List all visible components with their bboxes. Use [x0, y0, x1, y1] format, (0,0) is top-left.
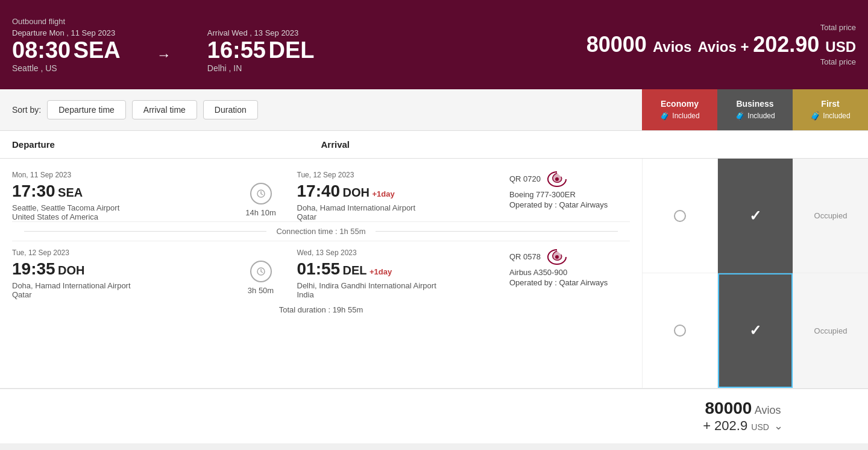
table-header: Departure Arrival — [0, 131, 868, 159]
seg1-operated: Operated by : Qatar Airways — [509, 200, 630, 209]
seg1-duration-icon — [250, 183, 272, 204]
first-occupied-seg2: Occupied — [814, 326, 848, 335]
footer-plus: + — [703, 418, 711, 433]
departure-detail: Departure Mon , 11 Sep 2023 08:30 SEA Se… — [12, 28, 121, 73]
seg2-dep-code: DOH — [58, 264, 84, 277]
seg2-airline: QR 0578 Airbus A350-900 Operated by : Qa… — [509, 249, 630, 287]
business-label: Business — [736, 99, 773, 109]
segment-2: Tue, 12 Sep 2023 19:35 DOH Doha, Hamad I… — [12, 249, 630, 299]
seg1-airline: QR 0720 Boeing 777-300ER Operated by : Q… — [509, 171, 630, 209]
connection-text: Connection time : 1h 55m — [276, 227, 365, 236]
economy-label: Economy — [661, 99, 699, 109]
seg2-airline-code: QR 0578 — [509, 252, 541, 261]
header-right: Total price 80000 Avios Avios + 202.90 U… — [587, 23, 856, 66]
footer-avios-label: Avios — [755, 404, 781, 416]
qatar-airways-logo-2 — [546, 249, 568, 265]
avios-amount: 80000 — [587, 32, 647, 57]
header-left: Outbound flight Departure Mon , 11 Sep 2… — [12, 17, 314, 73]
seg2-dep-date: Tue, 12 Sep 2023 — [12, 249, 225, 257]
economy-radio-seg1[interactable] — [674, 210, 686, 222]
departure-time-airport: 08:30 SEA — [12, 37, 121, 63]
seg1-dep-date: Mon, 11 Sep 2023 — [12, 171, 225, 179]
footer-usd-label: USD — [751, 422, 769, 432]
arrival-time: 16:55 — [207, 37, 266, 63]
flight-card: Mon, 11 Sep 2023 17:30 SEA Seattle, Seat… — [0, 159, 868, 388]
economy-radio-seg2[interactable] — [674, 325, 686, 337]
seg2-arr-city: Delhi, Indira Gandhi International Airpo… — [297, 281, 510, 290]
economy-col — [642, 159, 717, 388]
economy-sub: 🧳 Included — [659, 111, 699, 121]
seg2-arr-code: DEL — [343, 264, 367, 277]
total-duration-text: Total duration : 19h 55m — [279, 305, 363, 314]
seg1-arr-country: Qatar — [297, 212, 510, 221]
first-label: First — [821, 99, 839, 109]
business-included: Included — [747, 112, 775, 120]
economy-header: Economy 🧳 Included — [642, 89, 717, 130]
flight-card-right: ✓ ✓ Occupied Occupied — [642, 159, 868, 388]
header: Outbound flight Departure Mon , 11 Sep 2… — [0, 0, 868, 89]
business-luggage-icon: 🧳 — [735, 111, 745, 121]
seg2-dep-time: 19:35 — [12, 259, 55, 278]
flight-results: Mon, 11 Sep 2023 17:30 SEA Seattle, Seat… — [0, 159, 868, 443]
seg2-arr-day-badge: +1day — [370, 267, 392, 276]
qatar-airways-logo-1 — [546, 171, 568, 188]
seg1-dep-city: Seattle, Seattle Tacoma Airport — [12, 203, 225, 212]
seg2-dep-city: Doha, Hamad International Airport — [12, 281, 225, 290]
arrow-icon: → — [157, 46, 171, 63]
total-price-sub: Total price — [587, 57, 856, 66]
seg2-arrival: Wed, 13 Sep 2023 01:55 DEL +1day Delhi, … — [297, 249, 510, 299]
seg2-arr-date: Wed, 13 Sep 2023 — [297, 249, 510, 257]
seg1-dep-code: SEA — [58, 186, 83, 199]
economy-luggage-icon: 🧳 — [659, 111, 670, 121]
sort-arrival-btn[interactable]: Arrival time — [132, 100, 197, 119]
svg-point-1 — [555, 177, 559, 181]
total-duration-bar: Total duration : 19h 55m — [12, 299, 630, 326]
seg1-arr-time: 17:40 — [297, 182, 341, 200]
seg2-departure: Tue, 12 Sep 2023 19:35 DOH Doha, Hamad I… — [12, 249, 225, 299]
price-footer-content: 80000 Avios + 202.9 USD ⌄ — [630, 399, 856, 434]
seg1-duration-text: 14h 10m — [245, 208, 276, 217]
connection-line-left — [24, 231, 266, 232]
sort-controls: Sort by: Departure time Arrival time Dur… — [0, 92, 642, 128]
seg1-dep-time: 17:30 — [12, 182, 55, 200]
first-luggage-icon: 🧳 — [810, 111, 820, 121]
flight-card-left: Mon, 11 Sep 2023 17:30 SEA Seattle, Seat… — [0, 159, 642, 388]
seg1-dep-time-code: 17:30 SEA — [12, 182, 225, 201]
th-departure: Departure — [12, 139, 321, 150]
footer-avios-amount: 80000 — [705, 399, 752, 417]
arrival-time-airport: 16:55 DEL — [207, 37, 315, 63]
seg1-arrival: Tue, 12 Sep 2023 17:40 DOH +1day Doha, H… — [297, 171, 510, 221]
th-arrival: Arrival — [321, 139, 631, 150]
departure-date: Departure Mon , 11 Sep 2023 — [12, 28, 121, 37]
departure-city: Seattle , US — [12, 63, 121, 73]
seg1-arr-date: Tue, 12 Sep 2023 — [297, 171, 510, 179]
first-occupied-seg1: Occupied — [814, 211, 848, 220]
price-footer: 80000 Avios + 202.9 USD ⌄ — [0, 388, 868, 443]
sort-label: Sort by: — [12, 105, 41, 115]
footer-usd-row: + 202.9 USD ⌄ — [630, 418, 856, 434]
seg2-dep-time-code: 19:35 DOH — [12, 259, 225, 279]
segment-1: Mon, 11 Sep 2023 17:30 SEA Seattle, Seat… — [12, 171, 630, 221]
seg1-airline-code: QR 0720 — [509, 174, 541, 183]
seg1-arr-time-code: 17:40 DOH +1day — [297, 182, 510, 201]
sort-departure-btn[interactable]: Departure time — [47, 100, 126, 119]
seg1-arr-city: Doha, Hamad International Airport — [297, 203, 510, 212]
chevron-down-icon[interactable]: ⌄ — [774, 419, 783, 433]
business-check-seg2[interactable]: ✓ — [749, 322, 761, 339]
seg2-operated: Operated by : Qatar Airways — [509, 278, 630, 287]
footer-price-row: 80000 Avios — [630, 399, 856, 418]
seg1-aircraft: Boeing 777-300ER — [509, 190, 630, 199]
seg1-arr-day-badge: +1day — [372, 189, 394, 198]
seg1-dep-country: United States of America — [12, 212, 225, 221]
sort-bar: Sort by: Departure time Arrival time Dur… — [0, 89, 868, 131]
business-header: Business 🧳 Included — [717, 89, 793, 130]
sort-duration-btn[interactable]: Duration — [203, 100, 258, 119]
usd-amount: 202.90 — [753, 32, 819, 57]
seg2-duration-icon — [250, 261, 272, 282]
connection-bar: Connection time : 1h 55m — [12, 221, 630, 241]
outbound-label: Outbound flight — [12, 17, 314, 26]
first-included: Included — [823, 112, 850, 120]
business-check-seg1[interactable]: ✓ — [749, 208, 761, 224]
column-headers: Economy 🧳 Included Business 🧳 Included F… — [642, 89, 868, 130]
footer-usd-value: + 202.9 USD — [703, 418, 769, 434]
